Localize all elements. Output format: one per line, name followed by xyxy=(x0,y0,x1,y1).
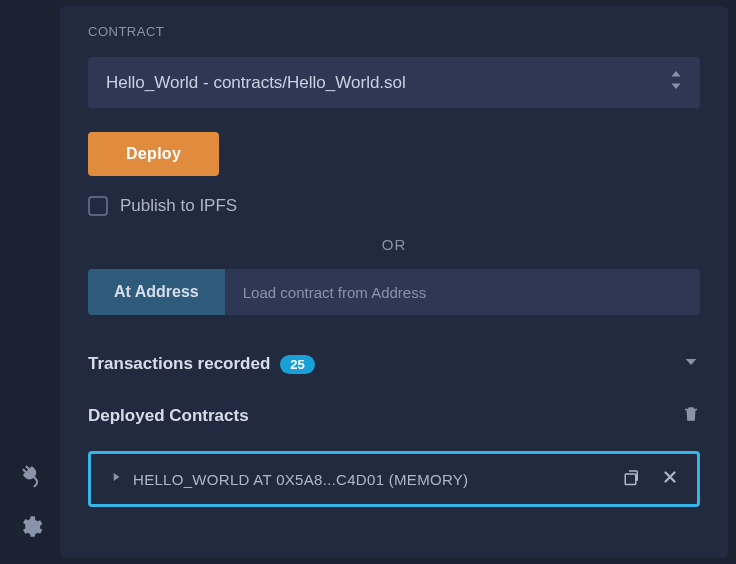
transactions-section[interactable]: Transactions recorded 25 xyxy=(88,353,700,375)
or-divider: OR xyxy=(88,236,700,253)
contract-label: CONTRACT xyxy=(88,24,700,39)
chevron-down-icon[interactable] xyxy=(682,353,700,375)
select-caret-icon xyxy=(670,71,682,94)
left-rail xyxy=(0,0,60,564)
transactions-count-badge: 25 xyxy=(280,355,314,374)
publish-ipfs-row[interactable]: Publish to IPFS xyxy=(88,196,700,216)
plugin-icon[interactable] xyxy=(17,464,43,494)
deployed-instance[interactable]: HELLO_WORLD AT 0X5A8...C4D01 (MEMORY) xyxy=(88,451,700,507)
deployed-title: Deployed Contracts xyxy=(88,406,249,426)
address-input[interactable] xyxy=(225,269,700,315)
instance-label: HELLO_WORLD AT 0X5A8...C4D01 (MEMORY) xyxy=(133,471,468,488)
at-address-row: At Address xyxy=(88,269,700,315)
contract-selected: Hello_World - contracts/Hello_World.sol xyxy=(106,73,406,93)
deploy-button[interactable]: Deploy xyxy=(88,132,219,176)
transactions-title: Transactions recorded xyxy=(88,354,270,374)
gear-icon[interactable] xyxy=(17,514,43,544)
deploy-panel: CONTRACT Hello_World - contracts/Hello_W… xyxy=(60,6,728,558)
copy-icon[interactable] xyxy=(623,468,641,490)
at-address-button[interactable]: At Address xyxy=(88,269,225,315)
publish-ipfs-label: Publish to IPFS xyxy=(120,196,237,216)
trash-icon[interactable] xyxy=(682,405,700,427)
publish-ipfs-checkbox[interactable] xyxy=(88,196,108,216)
close-icon[interactable] xyxy=(661,468,679,490)
contract-select[interactable]: Hello_World - contracts/Hello_World.sol xyxy=(88,57,700,108)
deployed-section: Deployed Contracts xyxy=(88,405,700,427)
chevron-right-icon xyxy=(109,470,123,488)
